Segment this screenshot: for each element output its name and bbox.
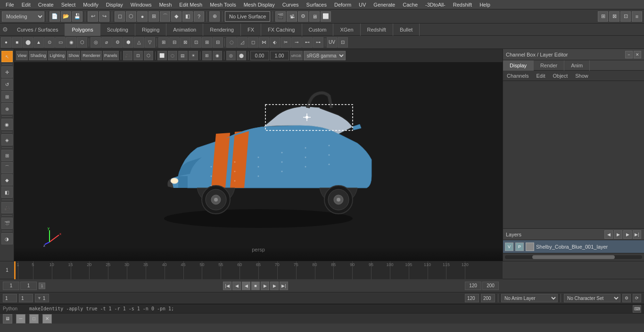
undo-btn[interactable]: ↩ [88, 11, 98, 22]
vp-xray-btn[interactable]: ◎ [226, 51, 236, 60]
show-manip-btn[interactable]: ◈ [1, 134, 13, 146]
universal-tool-btn[interactable]: ⊕ [1, 103, 13, 114]
menu-uv[interactable]: UV [355, 1, 370, 8]
help-btn[interactable]: ? [194, 11, 204, 22]
panel-minus-btn[interactable]: − [625, 51, 633, 58]
channel-tab-object[interactable]: Object [551, 72, 570, 80]
menu-select[interactable]: Select [58, 1, 80, 8]
layers-scroll-right[interactable]: ▶ [614, 230, 622, 239]
vp-panels-menu[interactable]: Panels [103, 51, 119, 60]
tab-fx-caching[interactable]: FX Caching [261, 24, 302, 36]
vp-cam-btn[interactable]: 🎥 [123, 51, 132, 60]
redo-btn[interactable]: ↪ [99, 11, 109, 22]
menu-file[interactable]: File [2, 1, 18, 8]
menu-windows[interactable]: Windows [127, 1, 156, 8]
timeline-ruler[interactable]: 1510152025303540455055606570758085909510… [14, 261, 503, 279]
append-poly-btn[interactable]: ⊡ [191, 37, 201, 48]
channel-tab-edit[interactable]: Edit [534, 72, 547, 80]
vp-light-btn[interactable]: ☀ [189, 51, 198, 60]
panel-tab-anim[interactable]: Anim [564, 60, 590, 71]
move-tool-btn[interactable]: ✛ [1, 66, 13, 78]
poly-prism-btn[interactable]: △ [134, 37, 144, 48]
skip-to-start-btn[interactable]: |◀ [223, 282, 231, 290]
char-set-select[interactable]: No Character Set [564, 294, 620, 302]
menu-mesh-display[interactable]: Mesh Display [240, 1, 279, 8]
play-back-btn[interactable]: ◀ [242, 282, 250, 290]
tab-polygons[interactable]: Polygons [65, 24, 100, 36]
layer-playback-btn[interactable]: P [515, 243, 524, 251]
max-end-field[interactable]: 200 [482, 282, 499, 290]
render-view-btn[interactable]: 🖥 [309, 11, 320, 22]
uv-btn[interactable]: UV [327, 37, 337, 48]
tab-bullet[interactable]: Bullet [393, 24, 420, 36]
vp-far-clip[interactable] [270, 51, 289, 60]
menu-edit-mesh[interactable]: Edit Mesh [175, 1, 206, 8]
tab-sculpting[interactable]: Sculpting [100, 24, 135, 36]
channel-tab-channels[interactable]: Channels [505, 72, 530, 80]
workspace-btn[interactable]: ⊞ [598, 11, 608, 22]
layers-scrollbar-thumb[interactable] [532, 255, 615, 259]
scale-tool-btn[interactable]: ⊞ [1, 91, 13, 102]
render-region-btn[interactable]: ⬜ [321, 11, 331, 22]
current-frame-field2[interactable]: 1 [20, 282, 37, 290]
menu-redshift[interactable]: Redshift [449, 1, 476, 8]
select-mode-btn[interactable]: ◻ [115, 11, 125, 22]
menu-surfaces[interactable]: Surfaces [303, 1, 330, 8]
tab-settings-icon[interactable]: ⚙ [0, 24, 10, 36]
uv-editor-btn[interactable]: ⊡ [338, 37, 348, 48]
interactive-split-btn[interactable]: ⊸ [291, 37, 302, 48]
snap-curve-btn[interactable]: ⌒ [160, 11, 170, 22]
mode-select[interactable]: Modeling Rigging Animation FX Rendering [2, 11, 44, 22]
poly-soccer-btn[interactable]: ⬢ [123, 37, 133, 48]
vp-texture-btn[interactable]: ▤ [178, 51, 188, 60]
menu-create[interactable]: Create [34, 1, 58, 8]
snap-view-left-btn[interactable]: ◧ [1, 186, 13, 198]
vp-iso-btn[interactable]: ⬡ [144, 51, 153, 60]
vp-grid-btn[interactable]: ⊞ [202, 51, 212, 60]
live-surface-btn[interactable]: No Live Surface [225, 11, 270, 22]
triangulate-btn[interactable]: ◿ [237, 37, 248, 48]
vp-xray-joints-btn[interactable]: ⬤ [237, 51, 246, 60]
menu-edit[interactable]: Edit [18, 1, 34, 8]
save-btn[interactable]: 💾 [72, 11, 83, 22]
max-frame-field[interactable]: 200 [481, 294, 495, 302]
vp-near-clip[interactable] [250, 51, 269, 60]
menu-mesh-tools[interactable]: Mesh Tools [206, 1, 239, 8]
layer-color-swatch[interactable] [526, 243, 534, 251]
lasso-btn[interactable]: ⬡ [126, 11, 136, 22]
bevel-btn[interactable]: ⬖ [270, 37, 280, 48]
panel-tab-render[interactable]: Render [534, 60, 564, 71]
stop-btn[interactable]: ■ [251, 282, 260, 290]
vp-gamma-select[interactable]: sRGB gamma Linear [304, 51, 346, 60]
soft-select-btn[interactable]: ◉ [1, 119, 13, 130]
win-minimize-btn[interactable]: ─ [16, 314, 25, 324]
panel-tab-display[interactable]: Display [503, 60, 534, 71]
anim-layer-select[interactable]: No Anim Layer [501, 294, 558, 302]
tab-redshift[interactable]: Redshift [361, 24, 393, 36]
step-fwd-btn[interactable]: ▶ [270, 282, 279, 290]
vp-wireframe-btn[interactable]: ⬜ [157, 51, 167, 60]
open-file-btn[interactable]: 📂 [61, 11, 71, 22]
menu-mesh[interactable]: Mesh [155, 1, 175, 8]
marking-btn[interactable]: ⊡ [620, 11, 631, 22]
taskbar-icon[interactable]: 🖥 [3, 314, 12, 324]
tab-rigging[interactable]: Rigging [135, 24, 166, 36]
render-btn[interactable]: 🎬 [275, 11, 286, 22]
menu-generate[interactable]: Generate [370, 1, 399, 8]
ipr-btn[interactable]: 📽 [287, 11, 297, 22]
menu-display[interactable]: Display [102, 1, 127, 8]
vp-renderer-menu[interactable]: Renderer [81, 51, 102, 60]
transform-btn[interactable]: ⊕ [209, 11, 220, 22]
bottom-sync-btn[interactable]: ⟳ [633, 294, 641, 302]
poly-torus-btn[interactable]: ⊙ [44, 37, 55, 48]
layer-visibility-btn[interactable]: V [505, 243, 513, 251]
quadrangulate-btn[interactable]: ◻ [248, 37, 258, 48]
insert-edge-btn[interactable]: ⊷ [302, 37, 313, 48]
tab-animation[interactable]: Animation [166, 24, 203, 36]
extrude-btn[interactable]: ⊞ [158, 37, 169, 48]
poly-cube-btn[interactable]: ■ [12, 37, 22, 48]
menu-deform[interactable]: Deform [330, 1, 355, 8]
step-back-btn[interactable]: ◀ [232, 282, 241, 290]
snap-grid-btn[interactable]: ⊞ [149, 11, 159, 22]
combine-btn[interactable]: ⊞ [202, 37, 212, 48]
